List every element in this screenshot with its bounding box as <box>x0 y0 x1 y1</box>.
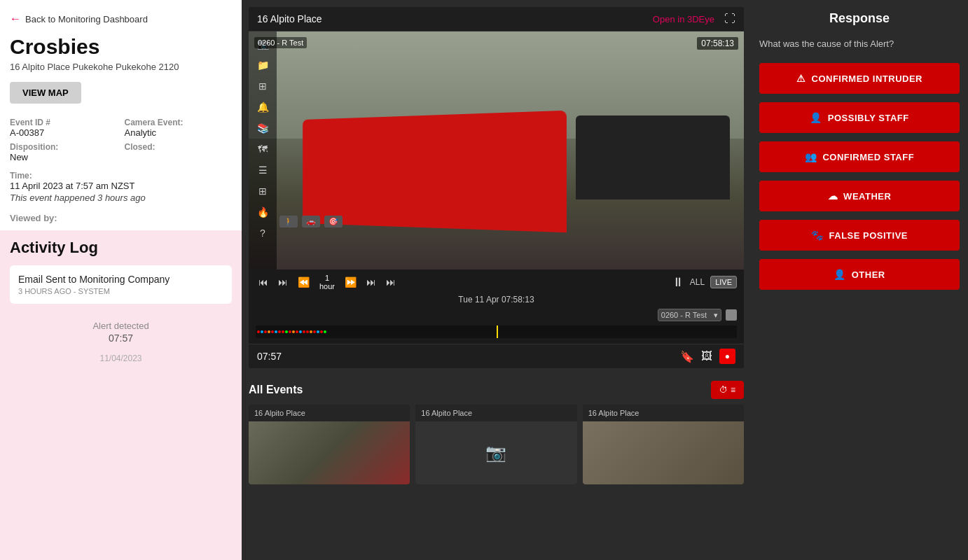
left-panel: ← Back to Monitoring Dashboard Crosbies … <box>0 0 242 560</box>
timeline-dot <box>257 330 260 333</box>
other-button[interactable]: 👤 OTHER <box>759 259 960 290</box>
event-id-value: A-00387 <box>10 127 118 138</box>
other-icon: 👤 <box>834 269 846 280</box>
site-name: Crosbies <box>0 32 242 62</box>
log-entry-meta: 3 HOURS AGO - SYSTEM <box>18 287 223 295</box>
date-divider: 11/04/2023 <box>10 346 232 370</box>
date-time-bar: Tue 11 Apr 07:58:13 <box>256 293 737 306</box>
event-card-2-thumb: 📷 <box>415 421 576 484</box>
fire-icon[interactable]: 🔥 <box>257 206 269 218</box>
view-map-button[interactable]: VIEW MAP <box>10 82 81 104</box>
video-title: 16 Alpito Place <box>257 13 322 24</box>
bookmark-button[interactable]: 🔖 <box>680 350 694 363</box>
live-badge: LIVE <box>710 276 737 288</box>
timeline-dot <box>313 330 316 333</box>
vehicle-dark <box>576 115 730 200</box>
closed-block: Closed: <box>125 142 233 162</box>
site-address: 16 Alpito Place Pukekohe Pukekohe 2120 <box>0 62 242 79</box>
person-icon: 👤 <box>810 112 822 123</box>
apps-icon[interactable]: ⊞ <box>258 186 267 197</box>
timeline-dot <box>317 330 319 333</box>
folder-icon[interactable]: 📁 <box>257 59 269 71</box>
grid-icon[interactable]: ⊞ <box>258 80 267 92</box>
list-icon[interactable]: ☰ <box>258 164 268 176</box>
go-start-button[interactable]: ⏮ <box>256 275 271 289</box>
help-icon[interactable]: ? <box>260 227 265 239</box>
right-panel: Response What was the cause of this Aler… <box>751 0 968 560</box>
target-icon: 🎯 <box>324 216 343 227</box>
timeline-dot <box>271 330 274 333</box>
timeline-dot <box>264 330 267 333</box>
timeline-dot <box>289 330 291 333</box>
timeline-dot <box>285 330 288 333</box>
sort-icon: ≡ <box>731 385 735 395</box>
map-icon[interactable]: 🗺 <box>258 144 268 155</box>
alert-detected: Alert detected 07:57 <box>10 311 232 346</box>
response-question: What was the cause of this Alert? <box>759 38 960 49</box>
car-icon: 🚗 <box>302 216 320 227</box>
event-card-1[interactable]: 16 Alpito Place <box>249 405 410 484</box>
event-card-2[interactable]: 16 Alpito Place 📷 <box>415 405 576 484</box>
timeline-dot <box>310 330 312 333</box>
timeline-dots <box>256 330 328 333</box>
confirmed-staff-button[interactable]: 👥 CONFIRMED STAFF <box>759 141 960 172</box>
camera-label-box[interactable]: 0260 - R Test ▾ <box>658 309 721 321</box>
time-note: This event happened 3 hours ago <box>10 192 232 203</box>
timeline-dot <box>275 330 277 333</box>
event-card-3-header: 16 Alpito Place <box>583 405 744 421</box>
alert-detected-time: 07:57 <box>20 332 222 344</box>
event-id-label: Event ID # <box>10 118 118 127</box>
timeline-dot <box>282 330 284 333</box>
camera-event-label: Camera Event: <box>125 118 233 127</box>
bottom-bar: 07:57 🔖 🖼 ● <box>249 344 744 368</box>
all-events-header: All Events ⏱ ≡ <box>249 375 744 405</box>
cloud-icon: ☁ <box>828 190 838 202</box>
all-events-title: All Events <box>249 384 303 396</box>
timeline-dot <box>299 330 302 333</box>
open-3deye-link[interactable]: Open in 3DEye <box>653 14 714 24</box>
fast-forward-button[interactable]: ⏩ <box>342 275 359 289</box>
fullscreen-icon[interactable]: ⛶ <box>724 13 735 25</box>
timeline-dot <box>320 330 323 333</box>
confirmed-intruder-button[interactable]: ⚠ CONFIRMED INTRUDER <box>759 63 960 94</box>
response-title: Response <box>759 11 960 26</box>
center-panel: 16 Alpito Place Open in 3DEye ⛶ 📷 📁 ⊞ <box>242 0 751 560</box>
event-card-3[interactable]: 16 Alpito Place <box>583 405 744 484</box>
camera-label-text: 0260 - R Test <box>661 311 707 319</box>
time-label: Time: <box>10 171 232 181</box>
timeline-dot <box>296 330 298 333</box>
video-header: 16 Alpito Place Open in 3DEye ⛶ <box>249 7 744 31</box>
back-link[interactable]: ← Back to Monitoring Dashboard <box>0 0 242 32</box>
log-entry: Email Sent to Monitoring Company 3 HOURS… <box>10 265 232 304</box>
confirmed-staff-label: CONFIRMED STAFF <box>822 152 914 162</box>
false-positive-button[interactable]: 🐾 FALSE POSITIVE <box>759 220 960 251</box>
timeline-dot <box>278 330 281 333</box>
weather-button[interactable]: ☁ WEATHER <box>759 181 960 211</box>
false-positive-label: FALSE POSITIVE <box>829 230 908 241</box>
video-controls: ⏮ ⏭ ⏪ 1hour ⏩ ⏭ ⏭ ⏸ ALL LIVE Tue 11 Apr … <box>249 270 744 344</box>
timeline-dot <box>292 330 295 333</box>
dropdown-arrow-icon: ▾ <box>714 311 718 320</box>
record-button[interactable]: ● <box>719 349 735 364</box>
book-icon[interactable]: 📚 <box>257 122 269 134</box>
timeline-dot <box>268 330 270 333</box>
camera-event-block: Camera Event: Analytic <box>125 118 233 138</box>
event-card-1-thumb <box>249 421 410 484</box>
all-label: ALL <box>690 277 705 287</box>
event-id-block: Event ID # A-00387 <box>10 118 118 138</box>
weather-label: WEATHER <box>843 191 891 202</box>
time-display: 07:57 <box>257 351 673 362</box>
sort-button[interactable]: ⏱ ≡ <box>711 381 744 399</box>
info-grid: Event ID # A-00387 Camera Event: Analyti… <box>0 113 242 167</box>
prev-button[interactable]: ⏭ <box>275 275 291 289</box>
pause-button[interactable]: ⏸ <box>672 275 684 290</box>
clock-icon: ⏱ <box>719 385 728 395</box>
go-end-button[interactable]: ⏭ <box>383 275 399 289</box>
next-button[interactable]: ⏭ <box>364 275 379 289</box>
timeline-strip[interactable] <box>256 326 737 338</box>
snapshot-button[interactable]: 🖼 <box>701 350 712 363</box>
possibly-staff-button[interactable]: 👤 POSSIBLY STAFF <box>759 102 960 133</box>
bell-icon[interactable]: 🔔 <box>257 102 269 113</box>
rewind-button[interactable]: ⏪ <box>295 275 312 289</box>
color-swatch <box>726 309 737 321</box>
